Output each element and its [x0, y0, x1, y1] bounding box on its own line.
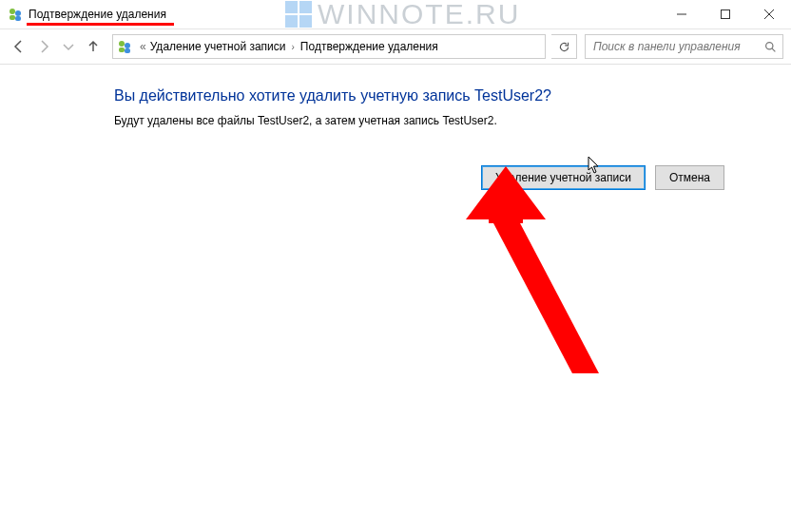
user-accounts-icon [117, 39, 132, 54]
address-bar[interactable]: « Удаление учетной записи › Подтверждени… [112, 34, 546, 59]
watermark: WINNOTE.RU [285, 0, 520, 30]
svg-point-1 [15, 10, 21, 16]
button-row: Удаление учетной записи Отмена [114, 165, 753, 190]
breadcrumb-item[interactable]: Удаление учетной записи [150, 40, 286, 53]
back-button[interactable] [8, 35, 30, 58]
minimize-button[interactable] [660, 0, 704, 28]
titlebar: Подтверждение удаления WINNOTE.RU [0, 0, 791, 29]
svg-point-12 [766, 42, 773, 48]
refresh-button[interactable] [551, 34, 577, 59]
up-button[interactable] [82, 35, 105, 58]
chevron-right-icon[interactable]: › [292, 42, 295, 52]
svg-rect-2 [10, 15, 15, 20]
svg-rect-3 [15, 16, 21, 21]
svg-rect-11 [125, 48, 130, 53]
svg-point-0 [10, 9, 15, 14]
recent-locations-button[interactable] [57, 35, 80, 58]
navigation-bar: « Удаление учетной записи › Подтверждени… [0, 29, 791, 65]
breadcrumb-item[interactable]: Подтверждение удаления [300, 40, 438, 53]
page-heading: Вы действительно хотите удалить учетную … [114, 87, 753, 104]
window-controls [660, 0, 791, 28]
body-text: Будут удалены все файлы TestUser2, а зат… [114, 114, 753, 127]
svg-marker-15 [492, 221, 599, 373]
maximize-button[interactable] [704, 0, 747, 28]
user-accounts-icon [8, 7, 23, 22]
svg-line-13 [772, 48, 775, 51]
svg-rect-5 [722, 10, 730, 19]
forward-button[interactable] [32, 35, 55, 58]
search-icon [764, 41, 777, 53]
delete-account-button[interactable]: Удаление учетной записи [481, 165, 646, 190]
search-input[interactable] [591, 39, 764, 54]
breadcrumb-prefix: « [140, 40, 146, 53]
windows-logo-icon [285, 1, 312, 28]
search-box[interactable] [585, 34, 783, 59]
window-title: Подтверждение удаления [29, 8, 166, 21]
annotation-title-underline [27, 23, 174, 26]
watermark-text: WINNOTE.RU [318, 0, 520, 30]
svg-point-9 [125, 43, 130, 48]
svg-point-8 [119, 41, 125, 47]
svg-rect-10 [119, 48, 125, 52]
close-button[interactable] [747, 0, 791, 28]
cancel-button[interactable]: Отмена [655, 165, 724, 190]
main-content: Вы действительно хотите удалить учетную … [0, 65, 791, 190]
annotation-arrow-icon [466, 166, 646, 388]
